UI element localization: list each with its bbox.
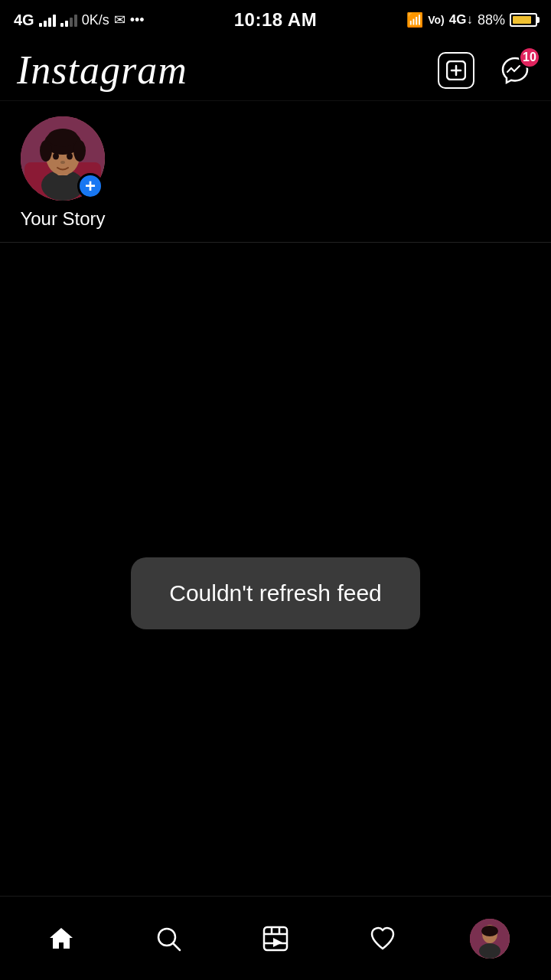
instagram-logo: Instagram: [17, 47, 187, 93]
svg-marker-22: [273, 938, 282, 947]
svg-point-9: [40, 140, 52, 162]
home-icon: [47, 924, 76, 953]
data-speed: 0K/s: [82, 12, 109, 28]
signal-bars-2: [60, 13, 77, 27]
status-bar: 4G 0K/s ✉ ••• 10:18 AM 📶 Vo) 4G↓ 88%: [0, 0, 551, 40]
mail-icon: ✉: [114, 11, 126, 28]
svg-point-14: [60, 161, 65, 164]
header-icons: 10: [438, 51, 534, 90]
your-story-item[interactable]: + Your Story: [17, 116, 109, 230]
volte-label: Vo): [428, 14, 445, 26]
new-post-button[interactable]: [438, 52, 474, 89]
status-time: 10:18 AM: [234, 9, 317, 31]
heart-icon: [368, 924, 397, 953]
nav-activity[interactable]: [344, 908, 421, 969]
status-left: 4G 0K/s ✉ •••: [14, 11, 145, 29]
feed-area: Couldn't refresh feed: [0, 299, 551, 888]
signal-bars-1: [39, 13, 56, 27]
nav-search[interactable]: [130, 908, 207, 969]
svg-point-10: [73, 140, 86, 162]
svg-point-11: [47, 129, 78, 147]
bottom-nav: [0, 896, 551, 980]
nav-profile[interactable]: [452, 908, 528, 969]
header: Instagram 10: [0, 40, 551, 101]
error-message: Couldn't refresh feed: [169, 580, 382, 606]
messenger-button[interactable]: 10: [496, 51, 534, 90]
svg-point-12: [53, 153, 59, 160]
stories-section: + Your Story: [0, 101, 551, 243]
error-toast[interactable]: Couldn't refresh feed: [131, 557, 420, 629]
nav-home[interactable]: [23, 908, 99, 969]
nav-reels[interactable]: [237, 908, 314, 969]
carrier-label: 4G: [14, 11, 34, 29]
message-badge: 10: [519, 47, 540, 68]
bluetooth-icon: 📶: [406, 11, 423, 28]
your-story-label: Your Story: [20, 208, 105, 230]
more-icon: •••: [130, 12, 145, 28]
status-right: 📶 Vo) 4G↓ 88%: [406, 11, 537, 28]
battery-percent: 88%: [478, 12, 505, 28]
search-icon: [154, 924, 183, 953]
profile-avatar: [470, 919, 510, 959]
reels-icon: [261, 924, 290, 953]
story-avatar-wrapper: +: [21, 116, 105, 201]
plus-icon: +: [85, 175, 96, 197]
svg-point-25: [481, 926, 498, 936]
lte-label: 4G↓: [449, 12, 473, 28]
profile-avatar-image: [470, 919, 510, 959]
svg-point-13: [67, 153, 73, 160]
battery-indicator: [510, 13, 537, 27]
svg-rect-17: [264, 927, 287, 950]
svg-point-26: [479, 943, 500, 959]
svg-line-16: [173, 943, 180, 950]
add-story-button[interactable]: +: [77, 173, 103, 199]
